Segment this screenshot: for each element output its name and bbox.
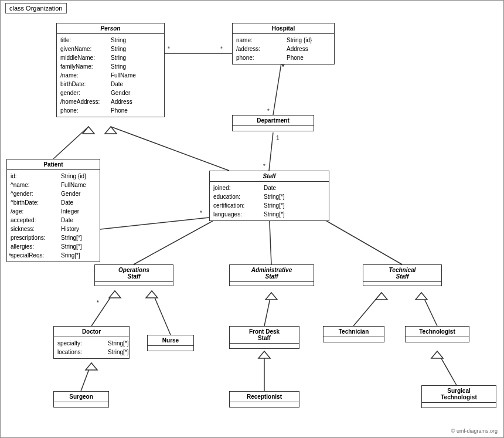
svg-marker-28 [265,293,277,300]
person-class: Person title:String givenName:String mid… [56,23,165,117]
doctor-class: Doctor specialty:String[*] locations:Str… [53,326,130,359]
svg-marker-36 [258,351,270,358]
receptionist-body [230,402,299,407]
technician-body [323,337,384,342]
svg-line-31 [421,293,437,326]
person-title: Person [57,23,164,34]
svg-text:*: * [220,46,223,52]
svg-line-27 [264,293,271,326]
svg-line-23 [91,291,115,326]
receptionist-class: Receptionist [229,391,299,408]
nurse-body [148,346,193,351]
surgical-technologist-body [422,403,496,408]
hospital-title: Hospital [233,23,334,34]
svg-line-10 [53,127,88,159]
person-body: title:String givenName:String middleName… [57,34,164,117]
svg-marker-38 [431,351,443,358]
staff-class: Staff joined:Date education:String[*] ce… [209,171,329,221]
administrative-staff-class: AdministrativeStaff [229,264,314,286]
svg-marker-26 [146,291,158,298]
patient-body: id:String {id} ^name:FullName ^gender:Ge… [7,170,100,262]
hospital-class: Hospital name:String {id} /address:Addre… [232,23,335,64]
svg-line-14 [100,218,209,229]
svg-marker-11 [83,127,94,134]
hospital-body: name:String {id} /address:Address phone:… [233,34,334,64]
svg-line-12 [111,127,229,171]
doctor-body: specialty:String[*] locations:String[*] [54,337,129,358]
department-body [233,126,314,131]
front-desk-staff-class: Front DeskStaff [229,326,299,349]
technologist-body [406,337,469,342]
svg-text:*: * [267,108,270,114]
technician-title: Technician [323,327,384,337]
copyright: © uml-diagrams.org [451,428,498,434]
department-title: Department [233,116,314,126]
surgical-technologist-title: SurgicalTechnologist [422,386,496,403]
svg-line-37 [437,351,457,385]
svg-marker-24 [109,291,121,298]
administrative-staff-title: AdministrativeStaff [230,265,314,282]
staff-body: joined:Date education:String[*] certific… [210,182,329,220]
svg-marker-34 [86,363,97,370]
patient-title: Patient [7,159,100,170]
svg-text:*: * [200,210,202,216]
svg-line-29 [353,293,382,326]
svg-marker-30 [376,293,387,300]
technical-staff-title: TechnicalStaff [363,265,441,282]
operations-staff-class: OperationsStaff [94,264,173,286]
ops-multiplicity: * [97,300,99,306]
patient-class: Patient id:String {id} ^name:FullName ^g… [6,159,100,262]
receptionist-title: Receptionist [230,392,299,402]
nurse-title: Nurse [148,335,193,346]
patient-multiplicity: * [9,253,11,259]
technologist-class: Technologist [405,326,469,342]
staff-title: Staff [210,171,329,182]
svg-text:*: * [263,163,265,169]
diagram-title: class Organization [5,3,67,13]
surgeon-class: Surgeon [53,391,109,408]
administrative-staff-body [230,282,314,286]
svg-marker-32 [416,293,427,300]
department-class: Department [232,115,314,131]
front-desk-staff-body [230,344,299,348]
technologist-title: Technologist [406,327,469,337]
technical-staff-body [363,282,441,286]
front-desk-staff-title: Front DeskStaff [230,327,299,344]
surgeon-title: Surgeon [54,392,108,402]
svg-line-4 [269,133,273,171]
svg-text:1: 1 [276,135,280,141]
surgeon-body [54,402,108,407]
operations-staff-body [95,282,173,286]
operations-staff-title: OperationsStaff [95,265,173,282]
svg-line-25 [152,291,171,335]
technician-class: Technician [323,326,384,342]
technical-staff-class: TechnicalStaff [363,264,442,286]
surgical-technologist-class: SurgicalTechnologist [421,385,496,408]
svg-marker-13 [105,127,117,134]
svg-text:*: * [168,46,170,52]
doctor-title: Doctor [54,327,129,337]
diagram-container: class Organization 1 * 1 * * * * * [0,0,504,438]
svg-line-33 [81,363,91,391]
nurse-class: Nurse [147,335,194,351]
